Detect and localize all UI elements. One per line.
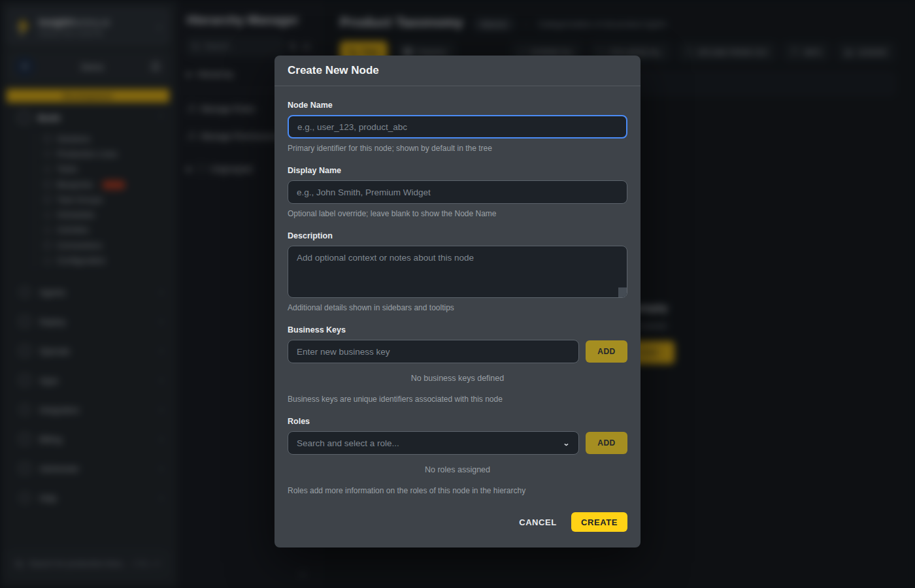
business-keys-label: Business Keys [288, 325, 627, 335]
description-helper: Additional details shown in sidebars and… [288, 303, 627, 312]
display-name-input[interactable] [288, 180, 627, 204]
create-button[interactable]: CREATE [571, 512, 627, 532]
node-name-input[interactable] [288, 115, 627, 139]
app-window: insightfactory.ai Factory Time 10:58 PM … [0, 0, 915, 588]
description-label: Description [288, 231, 627, 240]
add-role-button[interactable]: ADD [586, 432, 627, 454]
description-field: Description Additional details shown in … [288, 231, 627, 312]
add-business-key-button[interactable]: ADD [586, 340, 627, 363]
create-node-modal: Create New Node Node Name Primary identi… [274, 56, 640, 547]
modal-title: Create New Node [288, 64, 627, 77]
chevron-down-icon: ⌄ [563, 439, 570, 447]
resize-grip[interactable] [618, 287, 627, 297]
business-key-input[interactable] [288, 340, 579, 363]
description-textarea[interactable] [288, 246, 627, 298]
roles-empty-text: No roles assigned [288, 465, 627, 474]
business-keys-empty-text: No business keys defined [288, 374, 627, 383]
business-keys-field: Business Keys ADD No business keys defin… [288, 325, 627, 404]
display-name-helper: Optional label override; leave blank to … [288, 209, 627, 218]
roles-field: Roles Search and select a role... ⌄ ADD … [288, 417, 627, 495]
roles-helper: Roles add more information on the roles … [288, 486, 627, 495]
cancel-button[interactable]: CANCEL [519, 517, 557, 527]
role-select[interactable]: Search and select a role... ⌄ [288, 431, 579, 455]
display-name-field: Display Name Optional label override; le… [288, 166, 627, 218]
node-name-label: Node Name [288, 101, 627, 110]
roles-label: Roles [288, 417, 627, 426]
node-name-helper: Primary identifier for this node; shown … [288, 144, 627, 153]
business-keys-helper: Business keys are unique identifiers ass… [288, 395, 627, 404]
display-name-label: Display Name [288, 166, 627, 175]
node-name-field: Node Name Primary identifier for this no… [288, 101, 627, 153]
